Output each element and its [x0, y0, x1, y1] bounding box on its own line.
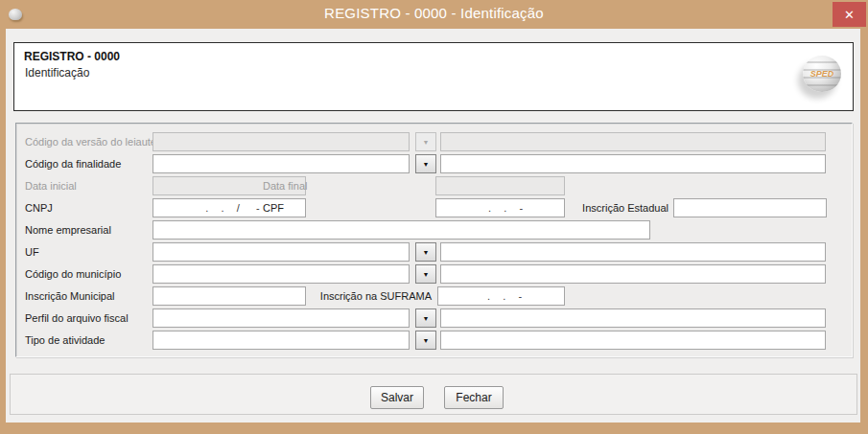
tipo-atividade-description-input[interactable]: [440, 331, 826, 350]
field-label-finalidade: Código da finalidade: [25, 154, 121, 173]
title-bar[interactable]: REGISTRO - 0000 - Identificação ✕: [0, 0, 868, 29]
perfil-description-input[interactable]: [440, 308, 826, 328]
sped-logo-icon: SPED: [803, 56, 841, 92]
field-label-nome-empresarial: Nome empresarial: [25, 220, 111, 240]
dialog-window: REGISTRO - 0000 - Identificação ✕ REGIST…: [0, 0, 868, 434]
field-label-uf: UF: [25, 242, 39, 262]
field-label-versao-leiaute: Código da versão do leiaute: [25, 132, 156, 151]
perfil-input[interactable]: [152, 308, 410, 328]
field-label-tipo-atividade: Tipo de atividade: [25, 331, 105, 350]
nome-empresarial-input[interactable]: [152, 220, 650, 240]
municipio-dropdown-button[interactable]: ▼: [415, 264, 436, 284]
inscricao-estadual-input[interactable]: [673, 198, 827, 217]
municipio-input[interactable]: [152, 264, 410, 284]
uf-dropdown-button[interactable]: ▼: [415, 242, 436, 262]
form-panel: Código da versão do leiaute ▼ Código da …: [15, 123, 853, 357]
field-label-suframa: Inscrição na SUFRAMA: [290, 286, 432, 306]
register-code: REGISTRO - 0000: [24, 50, 120, 63]
versao-leiaute-input: [152, 132, 410, 151]
field-label-cpf: CPF: [263, 198, 284, 217]
field-label-data-final: Data final: [263, 176, 307, 195]
versao-leiaute-description-input: [440, 132, 826, 151]
close-button[interactable]: ✕: [833, 2, 866, 27]
finalidade-dropdown-button[interactable]: ▼: [415, 154, 436, 173]
dropdown-arrow-icon: ▼: [423, 249, 430, 256]
field-label-inscricao-estadual: Inscrição Estadual: [553, 198, 669, 217]
dropdown-arrow-icon: ▼: [423, 315, 430, 322]
field-label-data-inicial: Data inicial: [25, 176, 77, 195]
field-label-perfil: Perfil do arquivo fiscal: [25, 308, 129, 328]
dropdown-arrow-icon: ▼: [423, 337, 430, 344]
dropdown-arrow-icon: ▼: [423, 161, 430, 168]
sped-logo-text: SPED: [810, 69, 834, 79]
close-icon: ✕: [844, 8, 855, 22]
header-panel: REGISTRO - 0000 Identificação SPED: [13, 42, 854, 111]
municipio-description-input[interactable]: [440, 264, 826, 284]
perfil-dropdown-button[interactable]: ▼: [415, 308, 436, 328]
dropdown-arrow-icon: ▼: [423, 271, 430, 278]
suframa-input[interactable]: [437, 286, 565, 306]
footer-panel: Salvar Fechar: [10, 374, 857, 415]
inscricao-municipal-input[interactable]: [152, 286, 306, 306]
uf-input[interactable]: [152, 242, 410, 262]
dropdown-arrow-icon: ▼: [423, 139, 430, 146]
cpf-input[interactable]: [435, 198, 565, 217]
register-name: Identificação: [25, 66, 89, 80]
finalidade-input[interactable]: [152, 154, 410, 173]
tipo-atividade-input[interactable]: [152, 331, 410, 350]
close-dialog-button[interactable]: Fechar: [444, 386, 504, 409]
save-button[interactable]: Salvar: [370, 386, 424, 409]
finalidade-description-input[interactable]: [440, 154, 826, 173]
versao-leiaute-dropdown-button: ▼: [415, 132, 436, 151]
field-label-cnpj: CNPJ: [25, 198, 53, 217]
window-title: REGISTRO - 0000 - Identificação: [0, 5, 868, 21]
data-final-input: [435, 176, 565, 195]
field-label-municipio: Código do município: [25, 264, 121, 284]
tipo-atividade-dropdown-button[interactable]: ▼: [415, 331, 436, 350]
uf-description-input[interactable]: [440, 242, 826, 262]
field-label-inscricao-municipal: Inscrição Municipal: [25, 286, 115, 306]
